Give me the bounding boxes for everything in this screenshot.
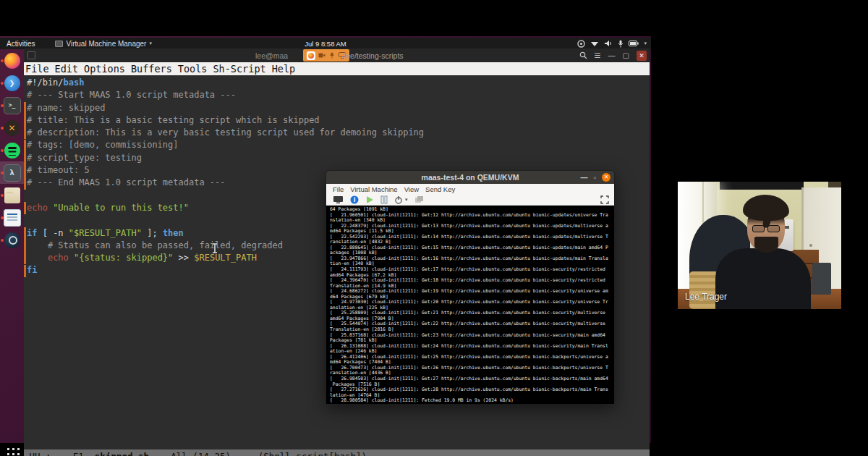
chevron-down-icon: ▾ <box>644 41 647 46</box>
close-button[interactable]: ✕ <box>637 51 647 61</box>
clock[interactable]: Jul 9 8:58 AM <box>305 40 346 48</box>
run-icon[interactable] <box>365 195 374 204</box>
code-line: # script_type: testing <box>27 152 424 164</box>
wicker-basket <box>689 271 718 309</box>
firefox-icon <box>307 51 315 60</box>
wall-tv <box>720 182 804 190</box>
webcam-video: Lee Trager <box>678 182 841 309</box>
shutdown-icon[interactable] <box>394 195 403 204</box>
qemu-window: maas-test-4 on QEMU/KVM — ▫ ✕ FileVirtua… <box>326 170 615 403</box>
screenshare-indicator-icon <box>577 40 585 48</box>
hamburger-menu-icon[interactable]: ☰ <box>595 51 601 59</box>
minimize-button[interactable]: — <box>580 174 587 182</box>
qemu-menu-item-file[interactable]: File <box>333 185 344 193</box>
vm-console-output: 64 Packages [1091 kB] [ 21.960501] cloud… <box>326 206 614 404</box>
emacs-menu-item-buffers[interactable]: Buffers <box>131 63 172 75</box>
steam-icon <box>4 232 20 248</box>
notification-dot <box>1 194 4 197</box>
screen: Activities Virtual Machine Manager ▾ Jul… <box>0 0 868 456</box>
app-menu-button[interactable]: Virtual Machine Manager ▾ <box>55 40 152 48</box>
emacs-menu-item-edit[interactable]: Edit <box>55 63 79 75</box>
chevron-down-icon: ▾ <box>149 41 152 46</box>
dock-item-thunderbird[interactable] <box>0 72 24 94</box>
code-line: # name: skipped <box>27 102 424 114</box>
shutdown-menu-chevron[interactable]: ▾ <box>405 197 408 203</box>
qemu-title-bar[interactable]: maas-test-4 on QEMU/KVM — ▫ ✕ <box>326 171 614 184</box>
code-line: # tags: [demo, commissioning] <box>27 139 424 151</box>
desktop-wallpaper: Activities Virtual Machine Manager ▾ Jul… <box>0 36 651 443</box>
emacs-menu-item-help[interactable]: Help <box>272 63 296 75</box>
microphone-icon <box>618 40 624 48</box>
person-glasses <box>752 225 780 232</box>
qemu-menu-item-virtual-machine[interactable]: Virtual Machine <box>350 185 397 193</box>
notification-dot <box>1 149 4 152</box>
search-icon[interactable] <box>579 51 587 59</box>
wifi-icon <box>590 40 599 47</box>
fullscreen-icon[interactable] <box>600 195 609 204</box>
maximize-button[interactable]: ▫ <box>593 174 596 182</box>
media-x-icon <box>4 120 20 136</box>
camera-icon <box>318 52 326 59</box>
code-line: # title: This is a basic testing script … <box>27 114 424 127</box>
app-menu-label: Virtual Machine Manager <box>66 40 146 48</box>
app-window-icon <box>55 41 63 47</box>
activities-button[interactable]: Activities <box>7 40 35 48</box>
person-torso <box>715 248 811 309</box>
dock-item-firefox[interactable] <box>0 49 24 72</box>
emacs-menu-item-options[interactable]: Options <box>84 63 125 75</box>
pause-icon[interactable] <box>380 195 388 204</box>
dock-item-writer[interactable] <box>0 206 24 229</box>
dock-item-active-app[interactable] <box>0 161 24 184</box>
spotify-icon <box>4 143 20 159</box>
details-icon[interactable]: i <box>350 195 359 204</box>
dock-item-spotify[interactable] <box>0 139 24 161</box>
dock-item-steam[interactable] <box>0 229 24 251</box>
notification-dot <box>1 239 4 242</box>
vm-console[interactable]: 64 Packages [1091 kB] [ 21.960501] cloud… <box>326 206 614 404</box>
window-menu-icon[interactable] <box>27 51 35 59</box>
modeline-buffer-name: skipped.sh <box>95 451 149 456</box>
ibeam-mouse-cursor <box>211 243 218 253</box>
notification-dot <box>1 82 4 85</box>
person-beard <box>754 237 778 253</box>
microphone-icon <box>328 52 336 59</box>
dock <box>0 49 24 443</box>
thunderbird-icon <box>4 75 20 91</box>
show-applications-button[interactable] <box>5 446 20 456</box>
window-title: /lee/testing-scripts <box>342 51 404 60</box>
writer-icon <box>4 209 21 227</box>
dock-item-terminal[interactable] <box>0 94 24 117</box>
snapshot-icon[interactable] <box>414 195 424 204</box>
dock-item-media-x[interactable] <box>0 117 24 139</box>
qemu-toolbar: i ▾ <box>326 194 614 206</box>
maximize-button[interactable]: ▢ <box>623 51 629 59</box>
gnome-top-bar: Activities Virtual Machine Manager ▾ Jul… <box>0 38 651 49</box>
emacs-menu-bar[interactable]: FileEditOptionsBuffersToolsSh-ScriptHelp <box>24 62 650 75</box>
dock-item-files[interactable] <box>0 184 24 206</box>
svg-text:i: i <box>354 197 356 203</box>
emacs-menu-item-sh-script[interactable]: Sh-Script <box>213 63 265 75</box>
emacs-fringe <box>24 75 26 456</box>
code-line: #!/bin/bash <box>27 77 424 89</box>
window-title-bar[interactable]: lee@maa /lee/testing-scripts ☰ — ▢ ✕ <box>24 48 650 62</box>
minimize-button[interactable]: — <box>608 51 616 59</box>
code-line: # --- Start MAAS 1.0 script metadata --- <box>27 89 424 101</box>
qemu-menu-item-view[interactable]: View <box>404 185 419 193</box>
code-line: # description: This is a very basic test… <box>27 127 424 139</box>
emacs-modeline: -UU-:----F1 skipped.sh All (14,25) (Shel… <box>24 449 650 456</box>
files-icon <box>4 187 20 203</box>
qemu-menu-item-send-key[interactable]: Send Key <box>425 185 455 193</box>
battery-icon <box>629 41 639 46</box>
qemu-menu-bar[interactable]: FileVirtual MachineViewSend Key <box>326 184 614 194</box>
notification-dot <box>1 59 4 62</box>
firefox-icon <box>4 53 20 69</box>
participant-name-label: Lee Trager <box>685 292 727 302</box>
emacs-menu-item-file[interactable]: File <box>25 63 49 75</box>
background-window-title: lee@maa <box>255 51 288 60</box>
close-button[interactable]: ✕ <box>602 173 610 182</box>
terminal-icon <box>4 97 21 114</box>
volume-icon <box>604 40 613 47</box>
system-status-area[interactable]: ▾ <box>577 40 647 48</box>
emacs-menu-item-tools[interactable]: Tools <box>178 63 208 75</box>
console-icon[interactable] <box>333 195 344 204</box>
